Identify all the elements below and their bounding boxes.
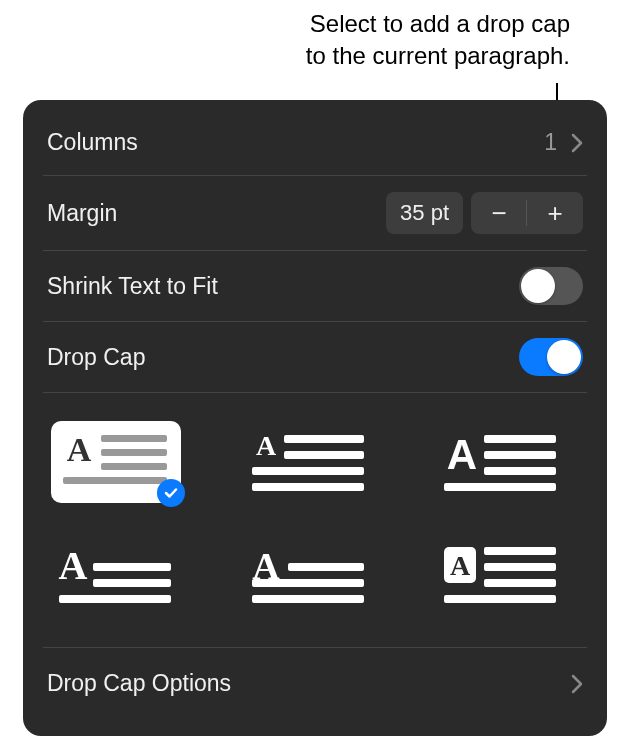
drop-cap-style-1[interactable]: A (51, 421, 181, 503)
margin-label: Margin (47, 200, 117, 227)
svg-text:A: A (59, 543, 88, 588)
svg-rect-7 (284, 451, 364, 459)
columns-value: 1 (544, 129, 557, 156)
margin-stepper: − + (471, 192, 583, 234)
drop-cap-label: Drop Cap (47, 344, 145, 371)
checkmark-icon (157, 479, 185, 507)
svg-rect-11 (484, 435, 556, 443)
shrink-text-row: Shrink Text to Fit (43, 251, 587, 322)
svg-text:A: A (450, 550, 471, 581)
margin-value: 35 pt (386, 192, 463, 234)
svg-rect-6 (284, 435, 364, 443)
drop-cap-options-row[interactable]: Drop Cap Options (43, 648, 587, 719)
svg-text:A: A (256, 430, 277, 461)
svg-rect-2 (101, 449, 167, 456)
svg-rect-25 (484, 547, 556, 555)
margin-decrease-button[interactable]: − (471, 192, 527, 234)
drop-cap-styles-grid: A A A (43, 393, 587, 648)
svg-rect-22 (252, 595, 364, 603)
svg-rect-12 (484, 451, 556, 459)
columns-row[interactable]: Columns 1 (43, 110, 587, 176)
drop-cap-style-4[interactable]: A (51, 533, 181, 615)
svg-rect-14 (444, 483, 556, 491)
shrink-text-label: Shrink Text to Fit (47, 273, 218, 300)
drop-cap-style-5[interactable]: A (244, 533, 374, 615)
drop-cap-style-2[interactable]: A (244, 421, 374, 503)
svg-rect-27 (484, 579, 556, 587)
chevron-right-icon (571, 133, 583, 153)
shrink-text-toggle[interactable] (519, 267, 583, 305)
svg-rect-21 (252, 579, 364, 587)
text-format-panel: Columns 1 Margin 35 pt − + Shrink Text t… (23, 100, 607, 736)
svg-rect-17 (93, 579, 171, 587)
svg-rect-28 (444, 595, 556, 603)
drop-cap-options-label: Drop Cap Options (47, 670, 231, 697)
margin-increase-button[interactable]: + (527, 192, 583, 234)
callout-text: Select to add a drop cap to the current … (306, 8, 570, 73)
svg-rect-3 (101, 463, 167, 470)
svg-rect-4 (63, 477, 167, 484)
chevron-right-icon (571, 674, 583, 694)
drop-cap-style-6[interactable]: A (436, 533, 566, 615)
svg-rect-9 (252, 483, 364, 491)
svg-rect-8 (252, 467, 364, 475)
drop-cap-row: Drop Cap (43, 322, 587, 393)
svg-rect-13 (484, 467, 556, 475)
svg-rect-16 (93, 563, 171, 571)
svg-rect-1 (101, 435, 167, 442)
svg-text:A: A (67, 431, 92, 468)
svg-rect-26 (484, 563, 556, 571)
drop-cap-toggle[interactable] (519, 338, 583, 376)
margin-row: Margin 35 pt − + (43, 176, 587, 251)
drop-cap-style-3[interactable]: A (436, 421, 566, 503)
svg-rect-20 (288, 563, 364, 571)
svg-text:A: A (447, 431, 477, 478)
columns-label: Columns (47, 129, 138, 156)
svg-rect-18 (59, 595, 171, 603)
